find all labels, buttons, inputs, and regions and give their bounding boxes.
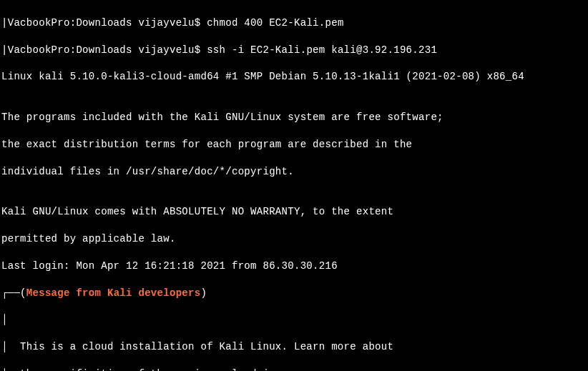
last-login-line: Last login: Mon Apr 12 16:21:18 2021 fro… [1,259,584,273]
dev-message-title: Message from Kali developers [26,287,201,299]
terminal-output[interactable]: |VacbookPro:Downloads vijayvelu$ chmod 4… [0,0,588,371]
box-vert: │ [1,341,8,352]
box-corner-tl: ┌──( [1,287,26,299]
local-prompt: |VacbookPro:Downloads vijayvelu$ [1,44,207,56]
box-vert: │ [1,368,8,371]
motd-line: individual files in /usr/share/doc/*/cop… [1,165,584,179]
dev-message-line: │ the specificities of the various cloud… [1,367,584,371]
dev-message-line: │ [1,313,584,327]
box-vert: │ [1,314,8,325]
cmd-line-ssh: |VacbookPro:Downloads vijayvelu$ ssh -i … [1,44,584,57]
dev-message-line: │ This is a cloud installation of Kali L… [1,340,584,354]
paren-close: ) [200,287,207,299]
warranty-line: Kali GNU/Linux comes with ABSOLUTELY NO … [1,205,584,219]
cmd-ssh: ssh -i EC2-Kali.pem kali@3.92.196.231 [207,44,437,56]
warranty-line: permitted by applicable law. [1,232,584,246]
local-prompt: |VacbookPro:Downloads vijayvelu$ [1,17,207,29]
motd-line: The programs included with the Kali GNU/… [1,111,584,124]
kernel-banner: Linux kali 5.10.0-kali3-cloud-amd64 #1 S… [1,70,584,84]
msg-text: the specificities of the various cloud i… [8,368,307,371]
dev-message-header: ┌──(Message from Kali developers) [1,287,584,300]
cmd-line-chmod: |VacbookPro:Downloads vijayvelu$ chmod 4… [1,16,584,30]
msg-text: This is a cloud installation of Kali Lin… [8,341,393,352]
cmd-chmod: chmod 400 EC2-Kali.pem [207,17,343,29]
motd-line: the exact distribution terms for each pr… [1,138,584,152]
